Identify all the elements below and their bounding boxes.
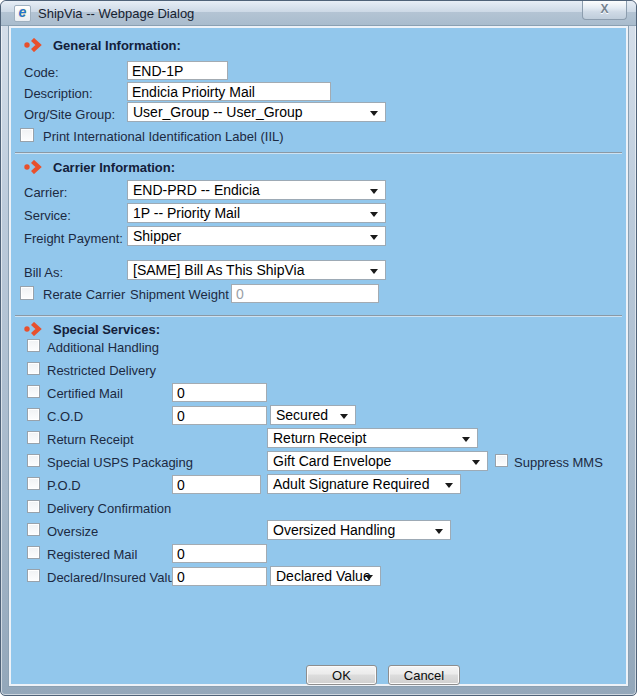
registered-mail-checkbox[interactable] [27, 546, 40, 559]
service-label: Service: [24, 208, 71, 223]
carrier-section-title: Carrier Information: [53, 160, 175, 175]
chevron-down-icon [462, 437, 470, 442]
additional-handling-checkbox[interactable] [27, 339, 40, 352]
chevron-down-icon [370, 111, 378, 116]
chevron-down-icon [370, 189, 378, 194]
oversize-checkbox[interactable] [27, 523, 40, 536]
declared-insured-value-checkbox[interactable] [27, 569, 40, 582]
arrow-bullet-icon [24, 322, 43, 336]
special-row-registered-mail: Registered Mail [11, 543, 626, 566]
special-row-additional-handling: Additional Handling [11, 336, 626, 359]
chevron-down-icon [445, 483, 453, 488]
certified-mail-label: Certified Mail [47, 386, 123, 401]
special-row-delivery-confirmation: Delivery Confirmation [11, 497, 626, 520]
special-row-pod: P.O.D Adult Signature Required [11, 474, 626, 497]
registered-mail-label: Registered Mail [47, 547, 137, 562]
return-receipt-label: Return Receipt [47, 432, 134, 447]
close-icon: X [600, 2, 608, 16]
section-divider [15, 152, 622, 154]
special-row-cod: C.O.D Secured [11, 405, 626, 428]
close-button[interactable]: X [582, 1, 627, 20]
arrow-bullet-icon [24, 38, 43, 52]
restricted-delivery-checkbox[interactable] [27, 362, 40, 375]
suppress-mms-checkbox[interactable] [495, 454, 508, 467]
return-receipt-checkbox[interactable] [27, 431, 40, 444]
description-input[interactable] [127, 82, 331, 101]
general-section-header: General Information: [24, 36, 181, 54]
additional-handling-label: Additional Handling [47, 340, 159, 355]
cod-label: C.O.D [47, 409, 83, 424]
certified-mail-checkbox[interactable] [27, 385, 40, 398]
dialog-title: ShipVia -- Webpage Dialog [38, 6, 194, 21]
cod-type-select[interactable]: Secured [270, 405, 356, 425]
oversize-label: Oversize [47, 524, 98, 539]
code-label: Code: [24, 65, 59, 80]
special-row-return-receipt: Return Receipt Return Receipt [11, 428, 626, 451]
cod-input[interactable] [172, 406, 267, 425]
rerate-carrier-label: Rerate Carrier [43, 287, 125, 302]
special-usps-packaging-checkbox[interactable] [27, 454, 40, 467]
code-input[interactable] [127, 61, 228, 80]
return-receipt-select[interactable]: Return Receipt [267, 428, 478, 448]
special-row-oversize: Oversize Oversized Handling [11, 520, 626, 543]
delivery-confirmation-label: Delivery Confirmation [47, 501, 171, 516]
restricted-delivery-label: Restricted Delivery [47, 363, 156, 378]
freight-payment-select[interactable]: Shipper [127, 226, 386, 246]
carrier-select[interactable]: END-PRD -- Endicia [127, 180, 386, 200]
org-site-group-select[interactable]: User_Group -- User_Group [127, 102, 386, 122]
pod-input[interactable] [172, 475, 261, 494]
chevron-down-icon [340, 414, 348, 419]
rerate-carrier-checkbox[interactable] [20, 286, 34, 300]
special-row-restricted-delivery: Restricted Delivery [11, 359, 626, 382]
registered-mail-input[interactable] [172, 544, 267, 563]
chevron-down-icon [472, 460, 480, 465]
chevron-down-icon [365, 575, 373, 580]
carrier-label: Carrier: [24, 185, 67, 200]
certified-mail-input[interactable] [172, 383, 267, 402]
carrier-section-header: Carrier Information: [24, 158, 175, 176]
bill-as-select[interactable]: [SAME] Bill As This ShipVia [127, 260, 386, 280]
special-usps-packaging-label: Special USPS Packaging [47, 455, 193, 470]
org-site-group-label: Org/Site Group: [24, 107, 115, 122]
suppress-mms-label: Suppress MMS [514, 455, 603, 470]
service-select[interactable]: 1P -- Priority Mail [127, 203, 386, 223]
description-label: Description: [24, 86, 93, 101]
usps-packaging-select[interactable]: Gift Card Envelope [267, 451, 488, 471]
titlebar[interactable]: e ShipVia -- Webpage Dialog X [1, 1, 636, 26]
delivery-confirmation-checkbox[interactable] [27, 500, 40, 513]
pod-label: P.O.D [47, 478, 81, 493]
pod-checkbox[interactable] [27, 477, 40, 490]
chevron-down-icon [370, 212, 378, 217]
shipvia-dialog: e ShipVia -- Webpage Dialog X General In… [0, 0, 637, 696]
print-iil-label: Print International Identification Label… [43, 129, 284, 144]
chevron-down-icon [435, 529, 443, 534]
arrow-bullet-icon [24, 160, 43, 174]
cod-checkbox[interactable] [27, 408, 40, 421]
ok-button[interactable]: OK [306, 665, 377, 685]
special-row-usps-packaging: Special USPS Packaging Gift Card Envelop… [11, 451, 626, 474]
shipment-weight-label: Shipment Weight : [130, 287, 236, 302]
declared-insured-value-label: Declared/Insured Value [47, 570, 182, 585]
webpage-dialog-icon: e [14, 5, 31, 22]
chevron-down-icon [370, 269, 378, 274]
bill-as-label: Bill As: [24, 265, 63, 280]
general-section-title: General Information: [53, 38, 181, 53]
declared-value-select[interactable]: Declared Value [270, 566, 381, 586]
special-row-declared-value: Declared/Insured Value Declared Value [11, 566, 626, 589]
dialog-content: General Information: Code: Description: … [9, 26, 628, 686]
oversize-handling-select[interactable]: Oversized Handling [267, 520, 451, 540]
chevron-down-icon [370, 235, 378, 240]
section-divider [15, 315, 622, 317]
declared-insured-value-input[interactable] [172, 567, 267, 586]
pod-signature-select[interactable]: Adult Signature Required [267, 474, 461, 494]
cancel-button[interactable]: Cancel [388, 665, 460, 685]
special-section-title: Special Services: [53, 322, 160, 337]
freight-payment-label: Freight Payment: [24, 231, 123, 246]
shipment-weight-input [231, 284, 379, 303]
special-row-certified-mail: Certified Mail [11, 382, 626, 405]
print-iil-checkbox[interactable] [20, 128, 34, 142]
